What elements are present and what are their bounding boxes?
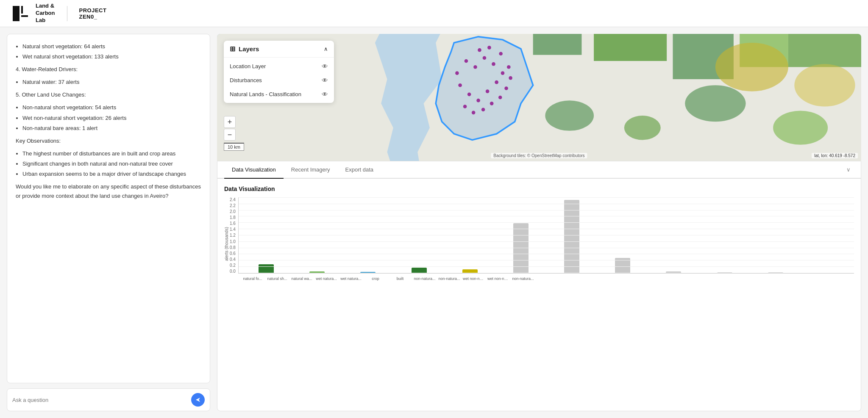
- send-icon: [195, 397, 201, 403]
- svg-point-30: [481, 108, 485, 111]
- chat-input[interactable]: [12, 397, 188, 403]
- layers-collapse-icon[interactable]: ∧: [324, 46, 328, 52]
- map-controls: + −: [224, 116, 236, 141]
- svg-point-16: [794, 64, 855, 106]
- logo-block: Land & Carbon Lab PROJECT ZEN0_: [10, 3, 106, 24]
- svg-point-13: [685, 85, 746, 122]
- svg-point-18: [473, 65, 477, 69]
- chat-content: Natural short vegetation: 64 alerts Wet …: [7, 34, 210, 383]
- svg-point-23: [486, 89, 490, 93]
- svg-point-38: [478, 48, 481, 52]
- bar-0: [259, 264, 274, 273]
- bar-6: [564, 200, 579, 273]
- layer-location-visibility[interactable]: 👁: [322, 63, 328, 70]
- layers-stack-icon: ⊞: [230, 45, 235, 53]
- logo-icon: [10, 3, 31, 24]
- chat-input-row: [7, 388, 210, 411]
- x-labels: natural fo...natural sh...natural wa...w…: [238, 274, 854, 281]
- chat-section-5: 5. Other Land Use Changes:: [16, 90, 201, 100]
- bar-group-3: [395, 197, 443, 273]
- bar-group-8: [649, 197, 698, 273]
- layer-item-location: Location Layer 👁: [224, 59, 334, 73]
- svg-point-20: [492, 62, 495, 66]
- svg-point-14: [773, 111, 828, 145]
- chart-area: Data Visualization alerts (thousands) 2.…: [217, 179, 861, 411]
- layer-disturbances-visibility[interactable]: 👁: [322, 77, 328, 84]
- tab-recent-imagery[interactable]: Recent Imagery: [284, 161, 338, 179]
- chat-bullet-4: Non-natural short vegetation: 54 alerts: [22, 103, 201, 112]
- right-panel: ⊞ Layers ∧ Location Layer 👁 Disturbances…: [217, 34, 861, 411]
- bar-11: [819, 273, 834, 273]
- app-header: Land & Carbon Lab PROJECT ZEN0_: [0, 0, 868, 27]
- bar-group-11: [802, 197, 851, 273]
- layer-classification-visibility[interactable]: 👁: [322, 91, 328, 98]
- bar-group-1: [293, 197, 341, 273]
- map-container: ⊞ Layers ∧ Location Layer 👁 Disturbances…: [217, 34, 861, 161]
- y-axis: 2.4 2.2 2.0 1.8 1.6 1.4 1.2 1.0 0.8 0.6 …: [230, 197, 238, 274]
- bar-8: [666, 271, 681, 273]
- tab-expand-icon[interactable]: ∨: [843, 161, 854, 178]
- zoom-out-button[interactable]: −: [224, 129, 236, 141]
- chat-bullet-2: Wet natural short vegetation: 133 alerts: [22, 52, 201, 61]
- tabs-row: Data Visualization Recent Imagery Export…: [217, 161, 861, 179]
- main-layout: Natural short vegetation: 64 alerts Wet …: [0, 27, 868, 418]
- x-label-0: natural fo...: [242, 277, 264, 281]
- map-scale: 10 km: [224, 143, 244, 151]
- bar-4: [462, 269, 478, 273]
- tab-data-visualization[interactable]: Data Visualization: [224, 161, 284, 179]
- bar-2: [360, 272, 376, 273]
- svg-point-24: [476, 99, 480, 102]
- svg-point-37: [487, 46, 491, 50]
- logo-text: Land & Carbon Lab: [36, 3, 55, 24]
- svg-point-31: [490, 102, 494, 105]
- bar-3: [412, 268, 427, 273]
- svg-point-32: [498, 96, 502, 100]
- send-button[interactable]: [191, 393, 205, 407]
- svg-point-12: [624, 116, 661, 140]
- svg-point-35: [507, 65, 511, 69]
- svg-point-33: [504, 86, 508, 90]
- x-label-11: non-natura...: [512, 277, 534, 281]
- tab-export-data[interactable]: Export data: [338, 161, 381, 179]
- layer-item-disturbances: Disturbances 👁: [224, 73, 334, 87]
- svg-point-28: [463, 105, 467, 108]
- chat-bullet-1: Natural short vegetation: 64 alerts: [22, 42, 201, 51]
- x-label-3: wet natura...: [315, 277, 337, 281]
- svg-point-36: [499, 52, 503, 55]
- bar-group-6: [548, 197, 596, 273]
- layers-header[interactable]: ⊞ Layers ∧: [224, 41, 334, 57]
- bar-10: [768, 272, 783, 273]
- layers-body: Location Layer 👁 Disturbances 👁 Natural …: [224, 57, 334, 103]
- svg-rect-7: [594, 34, 667, 61]
- chat-question: Would you like me to elaborate on any sp…: [16, 182, 201, 201]
- bar-group-0: [242, 197, 290, 273]
- svg-rect-3: [21, 15, 28, 17]
- layer-classification-label: Natural Lands - Classification: [230, 91, 301, 97]
- svg-rect-1: [13, 6, 19, 21]
- layers-panel: ⊞ Layers ∧ Location Layer 👁 Disturbances…: [224, 41, 334, 103]
- bar-9: [717, 272, 732, 273]
- layer-disturbances-label: Disturbances: [230, 77, 262, 83]
- map-attribution: Background tiles: © OpenStreetMap contri…: [491, 153, 587, 158]
- x-label-7: non-natura...: [414, 277, 436, 281]
- bars-inner: [238, 197, 854, 274]
- svg-rect-10: [788, 34, 861, 67]
- bar-1: [309, 271, 325, 273]
- chat-obs-3: Urban expansion seems to be a major driv…: [22, 169, 201, 179]
- x-label-5: crop: [364, 277, 387, 281]
- chat-bullet-5: Wet non-natural short vegetation: 26 ale…: [22, 113, 201, 123]
- x-label-10: wet non-na...: [487, 277, 509, 281]
- x-label-1: natural sh...: [266, 277, 288, 281]
- chat-obs-2: Significant changes in both natural and …: [22, 159, 201, 169]
- svg-point-11: [545, 100, 594, 131]
- chat-obs-1: The highest number of disturbances are i…: [22, 149, 201, 158]
- map-coords: lat, lon: 40.619 -8.572: [812, 153, 858, 158]
- svg-rect-2: [21, 6, 23, 14]
- svg-point-26: [458, 83, 462, 87]
- svg-point-25: [467, 93, 471, 97]
- svg-rect-6: [533, 34, 582, 55]
- zoom-in-button[interactable]: +: [224, 116, 236, 128]
- svg-point-15: [715, 43, 788, 91]
- layer-item-classification: Natural Lands - Classification 👁: [224, 87, 334, 101]
- layers-title: ⊞ Layers: [230, 45, 259, 53]
